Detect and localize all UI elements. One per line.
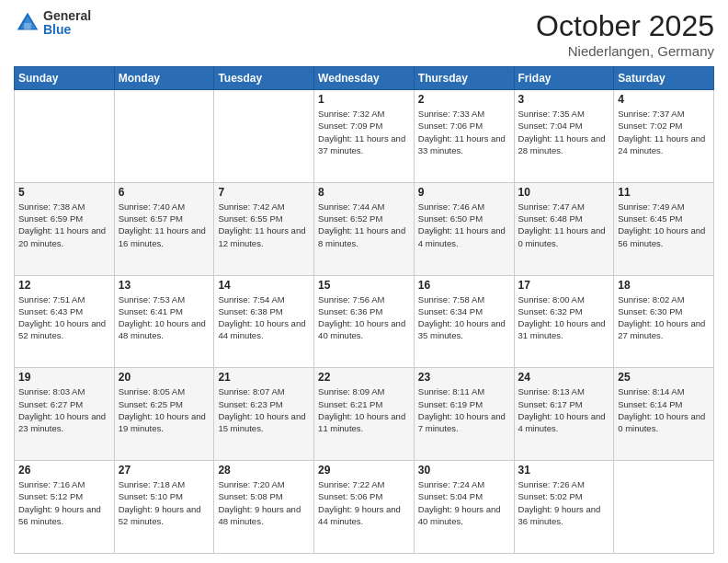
page: General Blue October 2025 Niederlangen, … (0, 0, 728, 563)
day-number: 2 (418, 93, 510, 106)
day-number: 15 (318, 279, 410, 292)
day-info: Sunrise: 7:42 AM Sunset: 6:55 PM Dayligh… (218, 201, 310, 249)
days-header-row: SundayMondayTuesdayWednesdayThursdayFrid… (15, 67, 714, 90)
day-info: Sunrise: 8:11 AM Sunset: 6:19 PM Dayligh… (418, 385, 510, 434)
calendar-cell (114, 90, 214, 183)
day-number: 4 (618, 93, 710, 106)
calendar-cell: 25Sunrise: 8:14 AM Sunset: 6:14 PM Dayli… (614, 368, 714, 461)
calendar-cell: 18Sunrise: 8:02 AM Sunset: 6:30 PM Dayli… (614, 275, 714, 368)
day-number: 13 (119, 279, 210, 292)
day-number: 30 (418, 464, 510, 477)
day-info: Sunrise: 7:33 AM Sunset: 7:06 PM Dayligh… (418, 108, 510, 156)
day-header-sunday: Sunday (15, 67, 115, 90)
day-number: 23 (418, 371, 510, 384)
day-info: Sunrise: 8:03 AM Sunset: 6:27 PM Dayligh… (18, 385, 110, 434)
day-number: 14 (218, 279, 310, 292)
day-info: Sunrise: 7:54 AM Sunset: 6:38 PM Dayligh… (218, 293, 310, 342)
calendar-cell: 3Sunrise: 7:35 AM Sunset: 7:04 PM Daylig… (514, 90, 614, 183)
day-info: Sunrise: 8:13 AM Sunset: 6:17 PM Dayligh… (518, 385, 610, 434)
calendar-subtitle: Niederlangen, Germany (536, 43, 714, 59)
day-number: 6 (119, 186, 210, 199)
calendar-cell: 24Sunrise: 8:13 AM Sunset: 6:17 PM Dayli… (514, 368, 614, 461)
calendar-cell: 23Sunrise: 8:11 AM Sunset: 6:19 PM Dayli… (414, 368, 514, 461)
day-info: Sunrise: 7:47 AM Sunset: 6:48 PM Dayligh… (518, 201, 610, 249)
day-info: Sunrise: 7:26 AM Sunset: 5:02 PM Dayligh… (518, 478, 610, 527)
day-number: 9 (418, 186, 510, 199)
calendar-cell: 20Sunrise: 8:05 AM Sunset: 6:25 PM Dayli… (114, 368, 214, 461)
week-row-0: 1Sunrise: 7:32 AM Sunset: 7:09 PM Daylig… (15, 90, 714, 183)
calendar-cell: 30Sunrise: 7:24 AM Sunset: 5:04 PM Dayli… (414, 461, 514, 554)
day-header-tuesday: Tuesday (214, 67, 314, 90)
calendar-cell: 26Sunrise: 7:16 AM Sunset: 5:12 PM Dayli… (15, 461, 115, 554)
day-info: Sunrise: 8:02 AM Sunset: 6:30 PM Dayligh… (618, 293, 710, 342)
calendar-cell: 27Sunrise: 7:18 AM Sunset: 5:10 PM Dayli… (114, 461, 214, 554)
calendar-cell: 9Sunrise: 7:46 AM Sunset: 6:50 PM Daylig… (414, 182, 514, 275)
day-number: 24 (518, 371, 610, 384)
day-info: Sunrise: 7:56 AM Sunset: 6:36 PM Dayligh… (318, 293, 410, 342)
day-info: Sunrise: 7:16 AM Sunset: 5:12 PM Dayligh… (18, 478, 110, 527)
calendar-cell: 28Sunrise: 7:20 AM Sunset: 5:08 PM Dayli… (214, 461, 314, 554)
header: General Blue October 2025 Niederlangen, … (14, 9, 714, 59)
calendar-table: SundayMondayTuesdayWednesdayThursdayFrid… (14, 66, 714, 554)
day-number: 12 (18, 279, 110, 292)
day-info: Sunrise: 7:18 AM Sunset: 5:10 PM Dayligh… (119, 478, 210, 527)
day-info: Sunrise: 7:58 AM Sunset: 6:34 PM Dayligh… (418, 293, 510, 342)
calendar-body: 1Sunrise: 7:32 AM Sunset: 7:09 PM Daylig… (15, 90, 714, 554)
day-number: 1 (318, 93, 410, 106)
day-header-monday: Monday (114, 67, 214, 90)
calendar-cell (614, 461, 714, 554)
day-number: 28 (218, 464, 310, 477)
calendar-cell: 13Sunrise: 7:53 AM Sunset: 6:41 PM Dayli… (114, 275, 214, 368)
calendar-cell (15, 90, 115, 183)
week-row-3: 19Sunrise: 8:03 AM Sunset: 6:27 PM Dayli… (15, 368, 714, 461)
week-row-4: 26Sunrise: 7:16 AM Sunset: 5:12 PM Dayli… (15, 461, 714, 554)
day-number: 21 (218, 371, 310, 384)
calendar-cell: 17Sunrise: 8:00 AM Sunset: 6:32 PM Dayli… (514, 275, 614, 368)
day-info: Sunrise: 7:20 AM Sunset: 5:08 PM Dayligh… (218, 478, 310, 527)
logo-blue-text: Blue (43, 23, 91, 37)
calendar-cell: 19Sunrise: 8:03 AM Sunset: 6:27 PM Dayli… (15, 368, 115, 461)
calendar-cell: 11Sunrise: 7:49 AM Sunset: 6:45 PM Dayli… (614, 182, 714, 275)
day-info: Sunrise: 7:40 AM Sunset: 6:57 PM Dayligh… (119, 201, 210, 249)
title-block: October 2025 Niederlangen, Germany (536, 9, 714, 59)
day-info: Sunrise: 7:38 AM Sunset: 6:59 PM Dayligh… (18, 201, 110, 249)
day-number: 8 (318, 186, 410, 199)
day-info: Sunrise: 7:37 AM Sunset: 7:02 PM Dayligh… (618, 108, 710, 156)
calendar-cell: 14Sunrise: 7:54 AM Sunset: 6:38 PM Dayli… (214, 275, 314, 368)
calendar-cell: 21Sunrise: 8:07 AM Sunset: 6:23 PM Dayli… (214, 368, 314, 461)
svg-rect-2 (24, 23, 31, 30)
logo-text: General Blue (43, 9, 91, 38)
day-number: 26 (18, 464, 110, 477)
day-info: Sunrise: 8:09 AM Sunset: 6:21 PM Dayligh… (318, 385, 410, 434)
calendar-cell: 8Sunrise: 7:44 AM Sunset: 6:52 PM Daylig… (314, 182, 415, 275)
day-number: 18 (618, 279, 710, 292)
day-info: Sunrise: 7:44 AM Sunset: 6:52 PM Dayligh… (318, 201, 410, 249)
calendar-cell: 22Sunrise: 8:09 AM Sunset: 6:21 PM Dayli… (314, 368, 415, 461)
calendar-cell: 29Sunrise: 7:22 AM Sunset: 5:06 PM Dayli… (314, 461, 415, 554)
day-number: 29 (318, 464, 410, 477)
day-header-friday: Friday (514, 67, 614, 90)
day-number: 7 (218, 186, 310, 199)
week-row-2: 12Sunrise: 7:51 AM Sunset: 6:43 PM Dayli… (15, 275, 714, 368)
day-number: 11 (618, 186, 710, 199)
day-info: Sunrise: 8:14 AM Sunset: 6:14 PM Dayligh… (618, 385, 710, 434)
day-number: 5 (18, 186, 110, 199)
logo-icon (14, 9, 41, 37)
day-number: 10 (518, 186, 610, 199)
week-row-1: 5Sunrise: 7:38 AM Sunset: 6:59 PM Daylig… (15, 182, 714, 275)
day-info: Sunrise: 8:07 AM Sunset: 6:23 PM Dayligh… (218, 385, 310, 434)
day-info: Sunrise: 7:24 AM Sunset: 5:04 PM Dayligh… (418, 478, 510, 527)
calendar-cell (214, 90, 314, 183)
day-number: 17 (518, 279, 610, 292)
day-info: Sunrise: 7:51 AM Sunset: 6:43 PM Dayligh… (18, 293, 110, 342)
day-number: 19 (18, 371, 110, 384)
calendar-title: October 2025 (536, 9, 714, 43)
day-info: Sunrise: 7:35 AM Sunset: 7:04 PM Dayligh… (518, 108, 610, 156)
day-header-wednesday: Wednesday (314, 67, 415, 90)
calendar-cell: 4Sunrise: 7:37 AM Sunset: 7:02 PM Daylig… (614, 90, 714, 183)
day-info: Sunrise: 7:32 AM Sunset: 7:09 PM Dayligh… (318, 108, 410, 156)
day-info: Sunrise: 8:00 AM Sunset: 6:32 PM Dayligh… (518, 293, 610, 342)
logo-general-text: General (43, 9, 91, 23)
day-number: 27 (119, 464, 210, 477)
day-number: 3 (518, 93, 610, 106)
